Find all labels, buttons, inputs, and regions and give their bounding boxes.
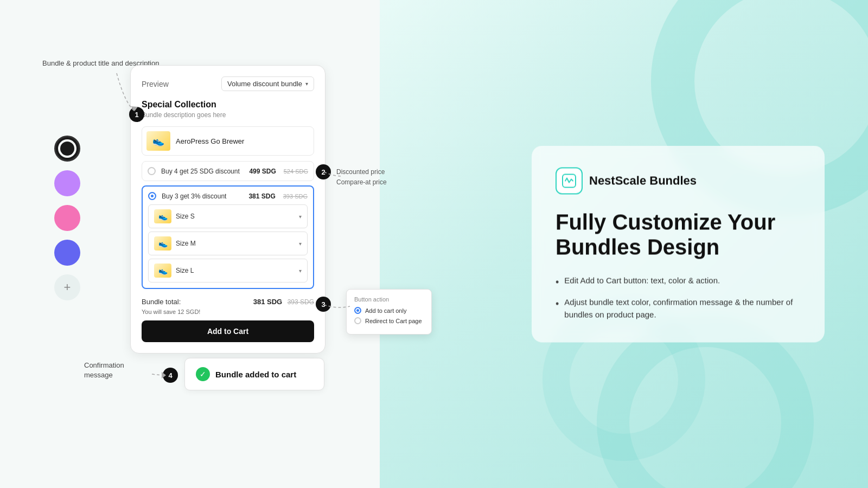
nestscale-logo-svg <box>561 173 577 189</box>
popup-option-1-label: Add to cart only <box>365 307 406 314</box>
color-swatches-panel: + <box>54 136 80 300</box>
option-1-label: Buy 4 get 25 SDG discount <box>161 168 244 175</box>
confirmation-text: Bundle added to cart <box>215 370 296 379</box>
confirmation-banner: ✓ Bundle added to cart <box>184 358 324 390</box>
size-s-label: Size S <box>176 213 295 220</box>
bullet-icon-2: • <box>556 297 559 312</box>
bullet-icon-1: • <box>556 275 559 290</box>
preview-card: Preview Volume discount bundle ▾ Special… <box>130 65 326 354</box>
popup-option-2[interactable]: Redirect to Cart page <box>354 317 424 324</box>
preview-label: Preview <box>142 80 169 88</box>
radio-option-1 <box>148 167 156 175</box>
feature-item-1: • Edit Add to Cart button: text, color &… <box>556 275 801 290</box>
feature-item-2: • Adjust bundle text color, confirmation… <box>556 297 801 321</box>
svg-rect-2 <box>563 175 576 188</box>
size-m-chevron-icon: ▾ <box>299 241 302 247</box>
swatch-purple[interactable] <box>54 170 80 196</box>
size-s-image: 👟 <box>154 209 171 223</box>
size-l-chevron-icon: ▾ <box>299 268 302 274</box>
bundle-description: Bundle description goes here <box>142 111 314 119</box>
swatch-black[interactable] <box>54 136 80 162</box>
size-s-chevron-icon: ▾ <box>299 214 302 220</box>
popup-title: Button action <box>354 296 424 303</box>
bundle-option-1[interactable]: Buy 4 get 25 SDG discount 499 SDG 524 SD… <box>142 161 314 181</box>
feature-list: • Edit Add to Cart button: text, color &… <box>556 275 801 321</box>
size-dropdown-l[interactable]: 👟 Size L ▾ <box>148 259 308 282</box>
option-2-price: 381 SDG <box>248 192 275 200</box>
product-row: 👟 AeroPress Go Brewer <box>142 126 314 156</box>
swatch-indigo[interactable] <box>54 240 80 266</box>
popup-option-2-label: Redirect to Cart page <box>365 318 422 324</box>
check-circle-icon: ✓ <box>196 367 210 381</box>
dropdown-label: Volume discount bundle <box>227 80 302 88</box>
bundle-type-dropdown[interactable]: Volume discount bundle ▾ <box>221 76 314 91</box>
popup-option-1[interactable]: Add to cart only <box>354 307 424 314</box>
popup-radio-1 <box>354 307 361 314</box>
feature-text-1: Edit Add to Cart button: text, color & a… <box>564 275 720 287</box>
bundle-option-2-selected[interactable]: Buy 3 get 3% discount 381 SDG 393 SDG 👟 … <box>142 185 314 289</box>
button-action-popup: Button action Add to cart only Redirect … <box>346 289 432 335</box>
brand-header: NestScale Bundles <box>556 168 801 195</box>
size-l-image: 👟 <box>154 264 171 278</box>
bundle-save-text: You will save 12 SGD! <box>142 309 314 315</box>
option-2-compare-price: 393 SDG <box>283 193 308 200</box>
brand-name: NestScale Bundles <box>589 174 697 188</box>
step-badge-2: 2 <box>316 164 331 179</box>
size-m-image: 👟 <box>154 236 171 251</box>
annotation-discounted-price: Discounted price Compare-at price <box>336 167 387 188</box>
step-badge-4: 4 <box>163 368 178 383</box>
chevron-down-icon: ▾ <box>305 81 308 87</box>
feature-text-2: Adjust bundle text color, confirmation m… <box>564 297 801 321</box>
product-image: 👟 <box>146 131 170 151</box>
main-heading: Fully Customize Your Bundles Design <box>556 210 801 260</box>
swatch-pink[interactable] <box>54 205 80 231</box>
bundle-total-row: Bundle total: 381 SDG 393 SDG <box>142 297 314 306</box>
option-2-label: Buy 3 get 3% discount <box>162 192 243 200</box>
bundle-total-price: 381 SDG <box>253 298 282 306</box>
bundle-title: Special Collection <box>142 100 314 110</box>
right-info-section: NestScale Bundles Fully Customize Your B… <box>532 146 825 343</box>
annotation-confirmation: Confirmationmessage <box>84 361 124 380</box>
step-badge-3: 3 <box>316 297 331 312</box>
radio-option-2-selected <box>148 192 156 200</box>
add-swatch-button[interactable]: + <box>54 274 80 300</box>
brand-logo <box>556 168 583 195</box>
option-1-compare-price: 524 SDG <box>284 168 308 175</box>
option-1-price: 499 SDG <box>249 168 276 175</box>
step-badge-1: 1 <box>129 107 144 122</box>
size-m-label: Size M <box>176 240 295 247</box>
size-l-label: Size L <box>176 267 295 274</box>
add-to-cart-button[interactable]: Add to Cart <box>142 320 314 342</box>
bundle-total-label: Bundle total: <box>142 298 181 306</box>
size-dropdown-s[interactable]: 👟 Size S ▾ <box>148 204 308 228</box>
size-dropdown-m[interactable]: 👟 Size M ▾ <box>148 232 308 255</box>
popup-radio-2 <box>354 317 361 324</box>
product-name: AeroPress Go Brewer <box>176 137 244 145</box>
info-card: NestScale Bundles Fully Customize Your B… <box>532 146 825 343</box>
bundle-total-compare: 393 SDG <box>288 298 314 306</box>
